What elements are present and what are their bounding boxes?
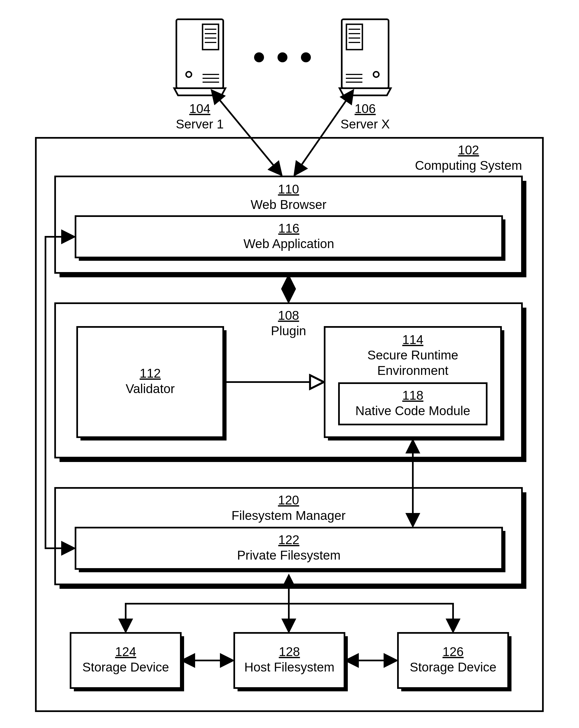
- svg-text:124: 124: [115, 645, 136, 659]
- storage-right-label: Storage Device: [410, 660, 497, 674]
- svg-rect-1: [203, 24, 218, 50]
- plugin-num: 108: [278, 308, 299, 322]
- plugin-label: Plugin: [271, 323, 306, 338]
- web-browser-num: 110: [278, 182, 299, 196]
- server-x-icon: [340, 19, 391, 95]
- svg-text:108: 108: [278, 308, 299, 322]
- private-filesystem-label: Private Filesystem: [237, 548, 341, 562]
- architecture-diagram: 104 Server 1 106 Server X 102 Computing …: [0, 0, 579, 728]
- validator-num: 112: [140, 366, 161, 381]
- web-application-label: Web Application: [243, 236, 334, 251]
- server-x-num: 106: [355, 101, 376, 116]
- svg-text:126: 126: [443, 645, 464, 659]
- secure-runtime-num: 114: [402, 333, 424, 347]
- storage-left-label: Storage Device: [82, 660, 169, 674]
- svg-text:106: 106: [355, 101, 376, 116]
- svg-text:112: 112: [140, 366, 161, 381]
- server-1-icon: [174, 19, 226, 95]
- server-x-label: Server X: [341, 117, 390, 131]
- svg-text:128: 128: [279, 645, 300, 659]
- svg-text:116: 116: [278, 221, 299, 235]
- host-fs-num: 128: [279, 645, 300, 659]
- svg-text:104: 104: [189, 101, 211, 116]
- web-browser-label: Web Browser: [251, 198, 326, 212]
- svg-rect-11: [346, 24, 362, 50]
- svg-point-21: [278, 52, 287, 62]
- storage-left-num: 124: [115, 645, 136, 659]
- arrow-serverx-browser: [295, 91, 353, 175]
- svg-point-22: [301, 52, 311, 62]
- svg-text:102: 102: [458, 143, 479, 157]
- filesystem-manager-label: Filesystem Manager: [232, 508, 346, 523]
- server-1-label: Server 1: [176, 117, 224, 131]
- svg-point-20: [254, 52, 264, 62]
- arrow-privatefs-storageleft: [126, 604, 289, 631]
- secure-runtime-label2: Environment: [377, 363, 448, 378]
- storage-right-num: 126: [443, 645, 464, 659]
- svg-text:122: 122: [278, 532, 299, 547]
- computing-system-label: Computing System: [415, 158, 522, 173]
- computing-system-num: 102: [458, 143, 479, 157]
- web-application-num: 116: [278, 221, 299, 235]
- svg-text:120: 120: [278, 493, 299, 507]
- arrow-server1-browser: [212, 91, 281, 175]
- native-code-label: Native Code Module: [356, 404, 470, 418]
- svg-text:110: 110: [278, 182, 299, 196]
- host-fs-label: Host Filesystem: [244, 660, 334, 674]
- server-1-num: 104: [189, 101, 211, 116]
- validator-label: Validator: [126, 382, 175, 396]
- svg-text:114: 114: [402, 333, 424, 347]
- svg-text:118: 118: [402, 388, 424, 402]
- native-code-num: 118: [402, 388, 424, 402]
- private-filesystem-num: 122: [278, 532, 299, 547]
- arrow-privatefs-storageright: [289, 604, 453, 631]
- secure-runtime-label1: Secure Runtime: [367, 348, 458, 362]
- filesystem-manager-num: 120: [278, 493, 299, 507]
- ellipsis-dots: [254, 52, 311, 62]
